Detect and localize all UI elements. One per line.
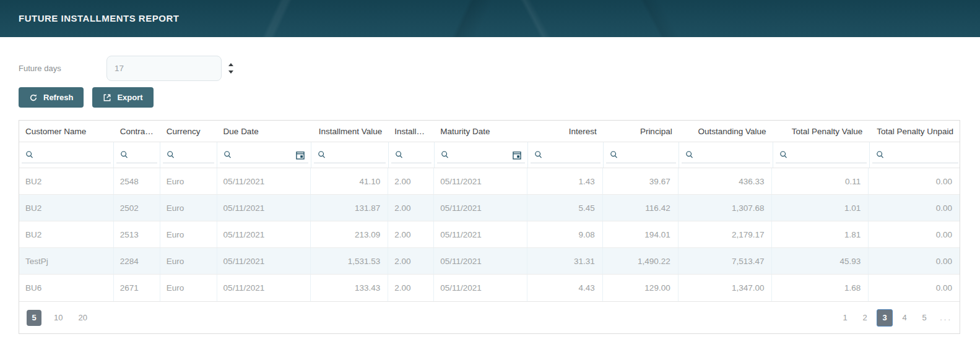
- search-icon[interactable]: [440, 150, 449, 160]
- filter-cell-5: [389, 142, 435, 168]
- cell: 2.00: [388, 195, 434, 221]
- page-number-4[interactable]: 4: [896, 309, 913, 327]
- table-row[interactable]: BU62671Euro05/11/2021133.432.0005/11/202…: [19, 275, 960, 301]
- table-row[interactable]: TestPj2284Euro05/11/20211,531.532.0005/1…: [19, 248, 960, 275]
- filter-input-9[interactable]: [694, 150, 767, 160]
- cell: 05/11/2021: [217, 168, 311, 194]
- search-icon[interactable]: [685, 150, 694, 160]
- filter-input-5[interactable]: [404, 150, 428, 160]
- filter-input-1[interactable]: [129, 150, 154, 160]
- filter-cell-3: [217, 142, 311, 168]
- search-icon[interactable]: [779, 150, 788, 160]
- page-number-5[interactable]: 5: [916, 309, 932, 327]
- calendar-icon[interactable]: [295, 150, 305, 160]
- cell: 2.00: [388, 275, 434, 301]
- page-size-10[interactable]: 10: [51, 310, 66, 326]
- grid-header-row: Customer NameContrac...CurrencyDue DateI…: [19, 121, 960, 142]
- calendar-icon[interactable]: [512, 150, 522, 160]
- refresh-button[interactable]: Refresh: [19, 87, 84, 108]
- cell: 129.00: [603, 275, 679, 301]
- column-header-3[interactable]: Due Date: [217, 127, 311, 136]
- chevron-up-icon[interactable]: [228, 63, 233, 66]
- table-row[interactable]: BU22548Euro05/11/202141.102.0005/11/2021…: [19, 168, 960, 195]
- page-size-5[interactable]: 5: [27, 310, 41, 326]
- filter-cell-7: [528, 142, 604, 168]
- column-header-9[interactable]: Outstanding Value: [679, 127, 773, 136]
- column-header-0[interactable]: Customer Name: [19, 127, 114, 136]
- search-icon[interactable]: [875, 150, 885, 160]
- filter-underline: [163, 163, 214, 163]
- table-row[interactable]: BU22513Euro05/11/2021213.092.0005/11/202…: [19, 221, 960, 248]
- cell: 2548: [114, 168, 160, 194]
- future-days-field[interactable]: [107, 64, 221, 73]
- cell: 05/11/2021: [434, 248, 527, 274]
- filter-input-11[interactable]: [885, 150, 955, 160]
- export-button[interactable]: Export: [92, 87, 153, 108]
- page-number-3[interactable]: 3: [877, 309, 893, 327]
- cell: 0.00: [869, 195, 960, 221]
- cell: 9.08: [527, 221, 603, 247]
- column-header-6[interactable]: Maturity Date: [434, 127, 527, 136]
- cell: Euro: [160, 248, 217, 274]
- cell: 39.67: [603, 168, 679, 194]
- column-header-1[interactable]: Contrac...: [114, 127, 160, 136]
- search-icon[interactable]: [394, 150, 404, 160]
- filter-cell-11: [870, 142, 961, 168]
- cell: Euro: [160, 275, 217, 301]
- filter-underline: [606, 163, 676, 163]
- page-number-2[interactable]: 2: [857, 309, 873, 327]
- filter-input-7[interactable]: [543, 150, 597, 160]
- filter-input-8[interactable]: [618, 150, 673, 160]
- column-header-5[interactable]: Installm...: [388, 127, 434, 136]
- column-header-8[interactable]: Principal: [603, 127, 679, 136]
- search-icon[interactable]: [25, 150, 34, 160]
- cell: 31.31: [527, 248, 603, 274]
- search-icon[interactable]: [166, 150, 175, 160]
- search-icon[interactable]: [317, 150, 326, 160]
- filter-input-2[interactable]: [175, 150, 211, 160]
- chevron-down-icon[interactable]: [228, 71, 233, 74]
- column-header-11[interactable]: Total Penalty Unpaid: [869, 127, 960, 136]
- page-number-1[interactable]: 1: [837, 309, 853, 327]
- filter-underline: [220, 163, 308, 163]
- filter-input-0[interactable]: [34, 150, 108, 160]
- future-days-row: Future days: [19, 56, 961, 81]
- column-header-10[interactable]: Total Penalty Value: [772, 127, 869, 136]
- filter-input-10[interactable]: [788, 150, 864, 160]
- cell: Euro: [160, 195, 217, 221]
- filter-input-4[interactable]: [326, 150, 383, 160]
- toolbar: Refresh Export: [19, 87, 961, 108]
- cell: TestPj: [19, 248, 114, 274]
- column-header-7[interactable]: Interest: [527, 127, 603, 136]
- filter-input-3[interactable]: [232, 150, 295, 160]
- cell: 2.00: [388, 248, 434, 274]
- data-grid: Customer NameContrac...CurrencyDue DateI…: [19, 120, 960, 334]
- cell: 213.09: [311, 221, 388, 247]
- table-row[interactable]: BU22502Euro05/11/2021131.872.0005/11/202…: [19, 195, 960, 221]
- search-icon[interactable]: [534, 150, 543, 160]
- filter-cell-6: [435, 142, 528, 168]
- column-header-4[interactable]: Installment Value: [311, 127, 388, 136]
- search-icon[interactable]: [223, 150, 232, 160]
- cell: 2.00: [388, 168, 434, 194]
- number-spinner: [228, 63, 233, 74]
- page-ellipsis: ...: [940, 313, 952, 322]
- filter-underline: [872, 163, 958, 163]
- column-header-2[interactable]: Currency: [160, 127, 217, 136]
- cell: 116.42: [603, 195, 679, 221]
- filter-underline: [22, 163, 111, 163]
- page-size-20[interactable]: 20: [75, 310, 90, 326]
- grid-body: BU22548Euro05/11/202141.102.0005/11/2021…: [19, 168, 960, 301]
- search-icon[interactable]: [609, 150, 618, 160]
- cell: 2513: [114, 221, 160, 247]
- search-icon[interactable]: [119, 150, 129, 160]
- future-days-input[interactable]: [106, 56, 222, 81]
- cell: 1.68: [772, 275, 869, 301]
- cell: 436.33: [679, 168, 773, 194]
- future-days-label: Future days: [19, 64, 106, 73]
- filter-underline: [437, 163, 525, 163]
- filter-input-6[interactable]: [449, 150, 512, 160]
- cell: Euro: [160, 168, 217, 194]
- filter-cell-4: [311, 142, 389, 168]
- page-content: Future days Refresh: [0, 56, 980, 334]
